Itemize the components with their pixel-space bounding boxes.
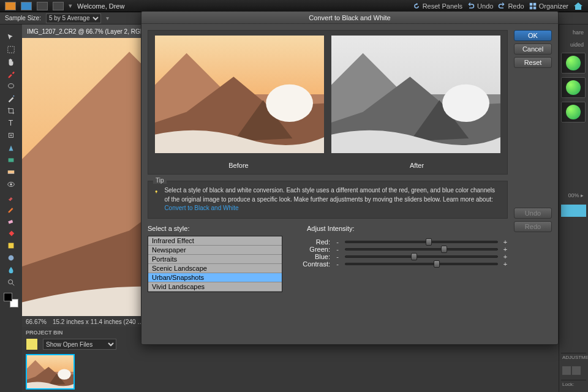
dialog-redo-button[interactable]: Redo — [514, 221, 552, 232]
slider-track[interactable] — [345, 248, 498, 251]
bucket-tool[interactable] — [4, 228, 18, 239]
home-icon[interactable] — [573, 1, 583, 11]
slider-plus[interactable]: + — [503, 253, 508, 260]
slider-minus[interactable]: - — [335, 246, 340, 253]
slider-plus[interactable]: + — [503, 246, 508, 253]
shape-tool[interactable] — [4, 154, 18, 165]
ok-button[interactable]: OK — [514, 30, 552, 41]
options-dropdown-icon[interactable]: ▾ — [106, 15, 109, 21]
blur-tool[interactable] — [4, 265, 18, 276]
tip-label: Tip — [153, 177, 167, 184]
organizer-button[interactable]: Organizer — [529, 2, 568, 10]
slider-row: Blue:-+ — [295, 253, 508, 260]
marquee-tool[interactable] — [4, 44, 18, 55]
svg-rect-14 — [8, 170, 15, 173]
svg-rect-5 — [533, 2, 536, 6]
svg-rect-7 — [533, 6, 536, 9]
adjust-intensity-label: Adjust Intensity: — [295, 225, 508, 232]
eye-tool[interactable] — [4, 179, 18, 190]
slider-track[interactable] — [345, 263, 498, 265]
slider-minus[interactable]: - — [335, 253, 340, 260]
sample-size-label: Sample Size: — [5, 15, 41, 21]
slider-minus[interactable]: - — [335, 238, 340, 246]
share-tab[interactable]: hare — [561, 28, 586, 37]
dialog-undo-button[interactable]: Undo — [514, 208, 552, 219]
color-swatches[interactable] — [4, 293, 18, 307]
slider-plus[interactable]: + — [503, 260, 508, 268]
slider-thumb[interactable] — [441, 246, 447, 253]
layers-lock-label: Lock: — [561, 380, 586, 388]
svg-rect-18 — [9, 243, 14, 249]
clone-tool[interactable] — [4, 142, 18, 153]
foreground-color-swatch[interactable] — [4, 293, 12, 301]
type-tool[interactable]: T — [4, 118, 18, 129]
sponge-tool[interactable] — [4, 252, 18, 263]
eraser-tool[interactable] — [4, 216, 18, 227]
brush-tool[interactable] — [4, 191, 18, 202]
preview-panel: Before After — [148, 30, 508, 175]
guided-tab[interactable]: uided — [561, 40, 586, 49]
after-preview — [331, 36, 500, 153]
gradient-tool[interactable] — [4, 167, 18, 178]
document-tab[interactable]: IMG_1207_2.CR2 @ 66.7% (Layer 2, RGB/8) … — [22, 24, 161, 38]
slider-row: Contrast:-+ — [295, 260, 508, 268]
effect-thumb[interactable] — [561, 53, 586, 74]
redo-button[interactable]: Redo — [498, 2, 524, 10]
workspace-dropdown-icon[interactable]: ▾ — [69, 2, 72, 10]
cancel-button[interactable]: Cancel — [514, 43, 552, 55]
zoom-indicator[interactable]: 00% ▸ — [561, 191, 586, 200]
adj-icon[interactable] — [572, 366, 581, 375]
undo-button[interactable]: Undo — [467, 2, 493, 10]
style-option[interactable]: Portraits — [148, 255, 282, 264]
magic-wand-tool[interactable] — [4, 93, 18, 104]
screen-mode-icon[interactable] — [37, 2, 48, 10]
after-label: After — [331, 162, 502, 169]
welcome-text: Welcome, Drew — [77, 2, 124, 10]
app-menu-icon[interactable] — [5, 2, 16, 10]
effect-thumb[interactable] — [561, 77, 586, 98]
move-tool[interactable] — [4, 32, 18, 43]
style-option[interactable]: Newspaper — [148, 246, 282, 255]
arrange-icon[interactable] — [21, 2, 32, 10]
undo-icon — [467, 2, 475, 10]
workspace-icon[interactable] — [53, 2, 64, 10]
slider-track[interactable] — [345, 241, 498, 243]
style-option[interactable]: Scenic Landscape — [148, 264, 282, 273]
slider-thumb[interactable] — [411, 253, 417, 260]
tip-link[interactable]: Convert to Black and White — [164, 205, 238, 211]
slider-row: Green:-+ — [295, 246, 508, 253]
doc-dimensions: 15.2 inches x 11.4 inches (240 … — [53, 318, 143, 325]
healing-tool[interactable] — [4, 130, 18, 141]
style-listbox[interactable]: Infrared EffectNewspaperPortraitsScenic … — [148, 236, 282, 292]
slider-thumb[interactable] — [426, 238, 432, 246]
style-option[interactable]: Urban/Snapshots — [148, 273, 282, 282]
zoom-level[interactable]: 66.67% — [26, 318, 47, 325]
right-panels: hare uided 00% ▸ ADJUSTMENTS Lock: — [559, 24, 588, 392]
lasso-tool[interactable] — [4, 81, 18, 92]
slider-label: Contrast: — [295, 260, 330, 268]
hand-tool[interactable] — [4, 56, 18, 67]
slider-minus[interactable]: - — [335, 260, 340, 268]
reset-button[interactable]: Reset — [514, 57, 552, 68]
slider-plus[interactable]: + — [503, 238, 508, 246]
zoom-tool[interactable] — [4, 277, 18, 288]
note-tool[interactable] — [4, 240, 18, 251]
style-option[interactable]: Infrared Effect — [148, 236, 282, 246]
slider-thumb[interactable] — [434, 260, 440, 268]
eyedropper-tool[interactable] — [4, 69, 18, 80]
reset-panels-button[interactable]: Reset Panels — [413, 2, 462, 10]
crop-tool[interactable] — [4, 105, 18, 116]
sample-size-select[interactable]: 5 by 5 Average — [46, 13, 101, 23]
slider-track[interactable] — [345, 255, 498, 258]
project-bin-thumbnail[interactable] — [26, 354, 75, 390]
style-option[interactable]: Vivid Landscapes — [148, 282, 282, 292]
toolbox: T — [0, 24, 22, 392]
svg-point-19 — [9, 255, 14, 261]
adj-icon[interactable] — [562, 366, 571, 375]
project-bin-swatch[interactable] — [26, 338, 38, 350]
project-bin-filter[interactable]: Show Open Files — [43, 339, 116, 350]
effect-thumb[interactable] — [561, 102, 586, 123]
app-menubar: ▾ Welcome, Drew Reset Panels Undo Redo O… — [0, 0, 588, 12]
pencil-tool[interactable] — [4, 203, 18, 214]
navigator-highlight[interactable] — [561, 205, 586, 217]
